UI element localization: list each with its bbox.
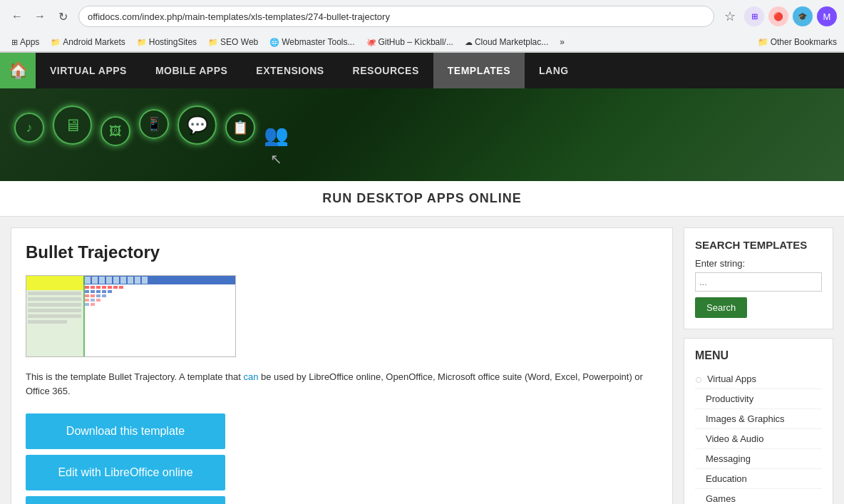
search-templates-title: SEARCH TEMPLATES <box>695 239 822 251</box>
search-button[interactable]: Search <box>695 297 747 318</box>
svg-rect-26 <box>91 303 95 306</box>
hero-music-icon: ♪ <box>14 113 44 143</box>
svg-rect-16 <box>102 290 106 293</box>
address-bar[interactable] <box>78 6 714 27</box>
extension-icon-1[interactable]: ⊞ <box>744 6 764 26</box>
more-bookmarks-button[interactable]: » <box>555 36 569 48</box>
svg-rect-21 <box>102 294 106 297</box>
bookmark-seo[interactable]: 📁 SEO Web <box>204 36 262 48</box>
browser-toolbar: ← → ↻ ☆ ⊞ 🔴 🎓 M <box>0 0 844 33</box>
svg-rect-11 <box>113 286 118 289</box>
svg-rect-10 <box>108 286 112 289</box>
svg-rect-41 <box>135 277 140 284</box>
menu-item-images-graphics[interactable]: Images & Graphics <box>695 409 822 429</box>
menu-item-messaging[interactable]: Messaging <box>695 449 822 469</box>
messaging-label: Messaging <box>706 453 751 464</box>
svg-rect-15 <box>96 290 101 293</box>
svg-rect-7 <box>91 286 95 289</box>
bookmark-webmaster[interactable]: 🌐 Webmaster Tools... <box>265 36 359 48</box>
svg-rect-17 <box>108 290 112 293</box>
bookmark-apps[interactable]: ⊞ Apps <box>7 36 43 48</box>
back-button[interactable]: ← <box>7 6 27 26</box>
bookmark-hosting[interactable]: 📁 HostingSites <box>133 36 201 48</box>
webmaster-icon: 🌐 <box>269 38 279 47</box>
edit-libreoffice-button[interactable]: Edit with LibreOffice online <box>26 455 225 490</box>
bookmark-star-icon[interactable]: ☆ <box>720 6 740 26</box>
nav-virtual-apps[interactable]: VIRTUAL APPS <box>36 53 141 88</box>
hosting-folder-icon: 📁 <box>137 38 147 47</box>
svg-rect-1 <box>26 276 83 290</box>
apps-icon: ⊞ <box>11 38 18 47</box>
bookmark-github[interactable]: 🐙 GitHub – Kickball/... <box>362 36 458 48</box>
games-label: Games <box>706 493 736 504</box>
seo-folder-icon: 📁 <box>208 38 218 47</box>
bookmark-android-label: Android Markets <box>63 37 125 47</box>
nav-lang[interactable]: LANG <box>525 53 583 88</box>
bookmark-github-label: GitHub – Kickball/... <box>379 37 453 47</box>
sidebar: SEARCH TEMPLATES Enter string: Search ME… <box>684 227 833 504</box>
cloud-icon: ☁ <box>465 38 473 47</box>
forward-button[interactable]: → <box>30 6 50 26</box>
bookmark-cloud[interactable]: ☁ Cloud Marketplac... <box>460 36 552 48</box>
other-bookmarks-label: Other Bookmarks <box>771 37 837 47</box>
user-avatar[interactable]: M <box>817 6 837 26</box>
menu-item-education[interactable]: Education <box>695 469 822 489</box>
svg-rect-29 <box>28 303 81 307</box>
bookmark-android[interactable]: 📁 Android Markets <box>46 36 129 48</box>
svg-rect-24 <box>96 299 101 302</box>
svg-rect-18 <box>85 294 89 297</box>
menu-box: MENU ○ Virtual Apps Productivity Images … <box>684 338 833 504</box>
top-nav: 🏠 VIRTUAL APPS MOBILE APPS EXTENSIONS RE… <box>0 53 844 88</box>
hero-chat-icon: 💬 <box>177 106 217 145</box>
menu-title: MENU <box>695 349 822 362</box>
svg-rect-12 <box>119 286 123 289</box>
home-button[interactable]: 🏠 <box>0 53 36 88</box>
extension-icon-3[interactable]: 🎓 <box>793 6 813 26</box>
svg-rect-36 <box>99 277 105 284</box>
svg-rect-14 <box>91 290 95 293</box>
search-input[interactable] <box>695 272 822 292</box>
nav-extensions[interactable]: EXTENSIONS <box>242 53 338 88</box>
github-icon: 🐙 <box>366 38 376 47</box>
main-container: Bullet Trajectory <box>0 217 844 504</box>
menu-item-productivity[interactable]: Productivity <box>695 389 822 409</box>
other-bookmarks[interactable]: 📁 Other Bookmarks <box>758 37 837 47</box>
template-description: This is the template Bullet Trajectory. … <box>26 370 658 398</box>
hero-banner: ♪ 🖥 🖼 📱 💬 📋 👥 ↖ <box>0 88 844 181</box>
nav-resources[interactable]: RESOURCES <box>339 53 433 88</box>
android-folder-icon: 📁 <box>51 38 61 47</box>
menu-item-video-audio[interactable]: Video & Audio <box>695 429 822 449</box>
svg-rect-25 <box>85 303 89 306</box>
edit-openoffice-button[interactable]: Edit with OpenOffice online <box>26 496 225 504</box>
nav-menu: VIRTUAL APPS MOBILE APPS EXTENSIONS RESO… <box>36 53 583 88</box>
svg-rect-13 <box>85 290 89 293</box>
bookmark-hosting-label: HostingSites <box>149 37 197 47</box>
svg-rect-37 <box>106 277 112 284</box>
nav-templates[interactable]: TEMPLATES <box>433 53 525 88</box>
images-graphics-label: Images & Graphics <box>706 413 785 424</box>
svg-rect-38 <box>113 277 119 284</box>
menu-item-virtual-apps[interactable]: ○ Virtual Apps <box>695 369 822 389</box>
bookmark-webmaster-label: Webmaster Tools... <box>282 37 354 47</box>
svg-rect-9 <box>102 286 106 289</box>
svg-rect-32 <box>28 320 67 324</box>
preview-svg <box>26 276 236 357</box>
hero-monitor-icon: 🖥 <box>53 106 92 145</box>
nav-buttons: ← → ↻ <box>7 6 73 26</box>
svg-rect-35 <box>92 277 98 284</box>
extension-icon-2[interactable]: 🔴 <box>768 6 788 26</box>
svg-rect-28 <box>28 297 81 301</box>
svg-rect-34 <box>85 277 91 284</box>
svg-rect-20 <box>96 294 101 297</box>
video-audio-label: Video & Audio <box>706 433 763 444</box>
refresh-button[interactable]: ↻ <box>53 6 73 26</box>
svg-rect-31 <box>28 314 81 318</box>
menu-item-games[interactable]: Games <box>695 489 822 504</box>
download-button[interactable]: Download this template <box>26 413 225 449</box>
hero-tablet-icon: 📋 <box>225 113 255 143</box>
nav-mobile-apps[interactable]: MOBILE APPS <box>141 53 242 88</box>
hero-phone-icon: 📱 <box>139 109 169 139</box>
svg-rect-4 <box>83 284 236 357</box>
svg-rect-42 <box>142 277 148 284</box>
hero-cursor-icon: ↖ <box>270 150 282 168</box>
